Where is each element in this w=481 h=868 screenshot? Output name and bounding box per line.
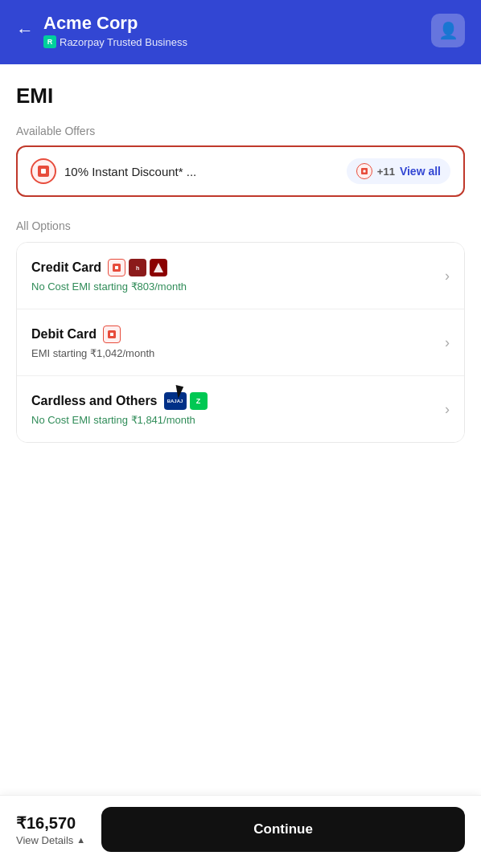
cardless-subtitle: No Cost EMI starting ₹1,841/month bbox=[31, 414, 208, 426]
debit-card-left: Debit Card EMI starting ₹1,042/month bbox=[31, 326, 154, 359]
bajaj-bank-icon: BAJAJ bbox=[164, 392, 187, 410]
view-details-button[interactable]: View Details ▲ bbox=[16, 834, 85, 846]
footer: ₹16,570 View Details ▲ Continue bbox=[0, 795, 481, 868]
offer-count-icon bbox=[356, 163, 372, 179]
header: ← Acme Corp R Razorpay Trusted Business … bbox=[0, 0, 481, 64]
debit-card-subtitle: EMI starting ₹1,042/month bbox=[31, 347, 154, 359]
offer-right: +11 View all bbox=[347, 158, 450, 184]
offer-left: 10% Instant Discount* ... bbox=[31, 158, 196, 184]
cardless-chevron: › bbox=[445, 401, 450, 418]
footer-amount: ₹16,570 bbox=[16, 813, 85, 833]
debit-card-icons bbox=[103, 326, 121, 343]
back-button[interactable]: ← bbox=[16, 22, 34, 39]
header-left: ← Acme Corp R Razorpay Trusted Business bbox=[16, 13, 187, 48]
cardless-title: Cardless and Others bbox=[31, 394, 158, 408]
credit-card-subtitle: No Cost EMI starting ₹803/month bbox=[31, 280, 187, 293]
offer-icon-center bbox=[38, 166, 49, 177]
offer-count-badge: +11 View all bbox=[347, 158, 450, 184]
footer-amount-block: ₹16,570 View Details ▲ bbox=[16, 813, 85, 846]
options-card: Credit Card h bbox=[16, 242, 465, 443]
razorpay-badge: R Razorpay Trusted Business bbox=[43, 35, 187, 48]
debit-razorpay-icon-inner bbox=[108, 330, 116, 338]
offer-icon bbox=[31, 158, 56, 184]
axis-bank-icon bbox=[150, 259, 167, 276]
debit-card-title: Debit Card bbox=[31, 327, 97, 342]
available-offers-label: Available Offers bbox=[16, 125, 465, 137]
razorpay-bank-icon bbox=[108, 259, 125, 276]
debit-card-option[interactable]: Debit Card EMI starting ₹1,042/month › bbox=[17, 309, 464, 376]
page-title: EMI bbox=[16, 84, 465, 108]
hdfc-bank-icon: h bbox=[129, 259, 146, 276]
main-content: EMI Available Offers 10% Instant Discoun… bbox=[0, 64, 481, 860]
credit-card-left: Credit Card h bbox=[31, 259, 187, 293]
cardless-option[interactable]: Cardless and Others BAJAJ Z No Cost EMI … bbox=[17, 376, 464, 442]
offer-count-text: +11 bbox=[377, 166, 395, 178]
credit-card-title-row: Credit Card h bbox=[31, 259, 187, 276]
all-options-label: All Options bbox=[16, 219, 465, 232]
cardless-left: Cardless and Others BAJAJ Z No Cost EMI … bbox=[31, 392, 208, 426]
debit-razorpay-icon bbox=[103, 326, 121, 343]
profile-icon: 👤 bbox=[438, 21, 458, 40]
view-all-button[interactable]: View all bbox=[400, 165, 441, 178]
header-title-block: Acme Corp R Razorpay Trusted Business bbox=[43, 13, 187, 48]
header-title: Acme Corp bbox=[43, 13, 187, 34]
cardless-icons: BAJAJ Z bbox=[164, 392, 208, 410]
chevron-up-icon: ▲ bbox=[76, 835, 85, 845]
header-subtitle: R Razorpay Trusted Business bbox=[43, 35, 187, 48]
credit-card-title: Credit Card bbox=[31, 260, 101, 275]
zest-bank-icon: Z bbox=[190, 392, 208, 410]
credit-card-icons: h bbox=[108, 259, 167, 276]
continue-button[interactable]: Continue bbox=[101, 807, 465, 852]
offers-banner[interactable]: 10% Instant Discount* ... +11 View all bbox=[16, 145, 465, 197]
offer-text: 10% Instant Discount* ... bbox=[64, 165, 196, 178]
razorpay-icon: R bbox=[43, 35, 56, 48]
offer-count-icon-inner bbox=[361, 168, 368, 174]
razorpay-bank-icon-inner bbox=[113, 264, 121, 272]
debit-card-title-row: Debit Card bbox=[31, 326, 154, 343]
razorpay-text: Razorpay Trusted Business bbox=[60, 36, 187, 48]
credit-card-option[interactable]: Credit Card h bbox=[17, 243, 464, 309]
offer-icon-inner bbox=[31, 158, 56, 184]
credit-card-chevron: › bbox=[445, 268, 450, 285]
debit-card-chevron: › bbox=[445, 334, 450, 351]
profile-button[interactable]: 👤 bbox=[431, 14, 465, 47]
footer-details-text: View Details bbox=[16, 834, 73, 846]
cardless-title-row: Cardless and Others BAJAJ Z bbox=[31, 392, 208, 410]
svg-marker-0 bbox=[154, 263, 163, 272]
